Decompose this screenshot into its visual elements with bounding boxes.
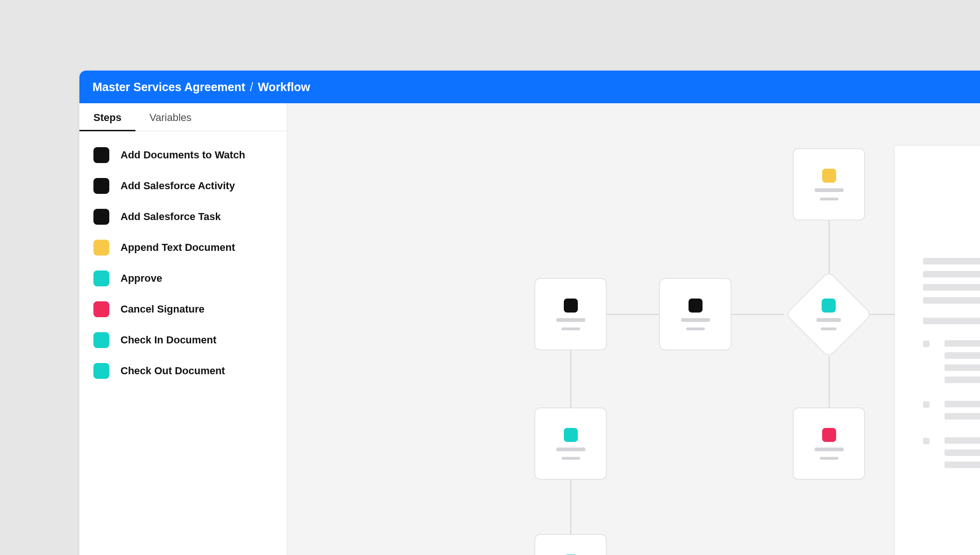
step-label: Append Text Document [121, 242, 235, 254]
step-approve[interactable]: Approve [93, 270, 273, 286]
placeholder-line [923, 271, 980, 278]
edge [570, 480, 571, 541]
sidebar-tabs: Steps Variables [79, 103, 287, 131]
step-append-text-document[interactable]: Append Text Document [93, 240, 273, 256]
placeholder-line [923, 318, 980, 324]
bullet-icon [923, 401, 930, 408]
placeholder-line [944, 377, 980, 383]
step-label: Add Documents to Watch [121, 149, 245, 161]
step-check-out-document[interactable]: Check Out Document [93, 363, 273, 379]
placeholder-line [686, 327, 705, 330]
node-icon [564, 428, 578, 442]
placeholder-line [944, 413, 980, 420]
step-label: Add Salesforce Activity [121, 180, 235, 192]
node-icon [689, 299, 703, 313]
step-label: Approve [121, 272, 162, 285]
step-label: Check Out Document [121, 365, 225, 377]
placeholder-line [944, 352, 980, 359]
doc-list-item [923, 340, 980, 383]
workflow-node[interactable] [659, 278, 731, 350]
placeholder-line [556, 318, 585, 322]
placeholder-line [923, 297, 980, 304]
step-add-salesforce-activity[interactable]: Add Salesforce Activity [93, 178, 273, 194]
step-swatch-icon [93, 178, 109, 194]
doc-list-item [923, 401, 980, 420]
step-swatch-icon [93, 240, 109, 256]
step-swatch-icon [93, 270, 109, 286]
placeholder-line [944, 462, 980, 468]
placeholder-line [556, 448, 585, 451]
placeholder-line [923, 284, 980, 291]
node-icon [822, 169, 836, 183]
step-label: Cancel Signature [121, 303, 205, 315]
placeholder-line [820, 457, 838, 460]
edge [570, 350, 571, 407]
step-swatch-icon [93, 332, 109, 348]
step-cancel-signature[interactable]: Cancel Signature [93, 301, 273, 317]
step-label: Add Salesforce Task [121, 211, 221, 223]
placeholder-line [561, 457, 580, 460]
tab-steps[interactable]: Steps [79, 103, 135, 131]
placeholder-line [923, 258, 980, 264]
placeholder-line [821, 327, 837, 330]
doc-paragraph [923, 258, 980, 324]
edge [607, 314, 659, 315]
step-label: Check In Document [121, 334, 216, 346]
placeholder-line [681, 318, 710, 322]
breadcrumb-current: Workflow [258, 80, 310, 94]
step-swatch-icon [93, 147, 109, 163]
breadcrumb-root[interactable]: Master Services Agreement [92, 80, 245, 94]
tab-variables[interactable]: Variables [135, 103, 206, 131]
edge [829, 356, 830, 407]
placeholder-line [817, 318, 841, 322]
document-preview: Master Services Agreement [895, 145, 980, 555]
doc-list [923, 340, 980, 468]
document-title: Master Services Agreement [923, 191, 980, 210]
workflow-node[interactable] [534, 278, 607, 350]
bullet-icon [923, 438, 930, 444]
breadcrumb-sep: / [245, 80, 258, 94]
bullet-icon [923, 341, 930, 347]
step-check-in-document[interactable]: Check In Document [93, 332, 273, 348]
workflow-canvas[interactable]: Master Services Agreement [287, 103, 980, 555]
placeholder-line [561, 327, 580, 330]
step-swatch-icon [93, 363, 109, 379]
app-window: Master Services Agreement / Workflow Ste… [79, 71, 980, 555]
node-icon [822, 428, 836, 442]
workflow-node[interactable] [534, 534, 607, 555]
placeholder-line [944, 449, 980, 456]
placeholder-line [944, 401, 980, 407]
node-icon [564, 299, 578, 313]
edge [731, 314, 784, 315]
steps-list: Add Documents to Watch Add Salesforce Ac… [79, 131, 287, 395]
step-add-documents-to-watch[interactable]: Add Documents to Watch [93, 147, 273, 163]
app-body: Steps Variables Add Documents to Watch A… [79, 103, 980, 555]
workflow-node[interactable] [793, 148, 865, 221]
step-swatch-icon [93, 209, 109, 225]
placeholder-line [944, 364, 980, 371]
workflow-decision-node[interactable] [785, 271, 873, 358]
node-icon [822, 299, 836, 313]
app-header: Master Services Agreement / Workflow [79, 71, 980, 103]
sidebar: Steps Variables Add Documents to Watch A… [79, 103, 287, 555]
step-add-salesforce-task[interactable]: Add Salesforce Task [93, 209, 273, 225]
workflow-node[interactable] [534, 407, 607, 480]
workflow-node[interactable] [793, 407, 865, 480]
placeholder-line [815, 448, 844, 451]
placeholder-line [815, 188, 844, 192]
placeholder-line [820, 198, 838, 200]
step-swatch-icon [93, 301, 109, 317]
placeholder-line [944, 437, 980, 444]
doc-list-item [923, 437, 980, 468]
placeholder-line [944, 340, 980, 347]
